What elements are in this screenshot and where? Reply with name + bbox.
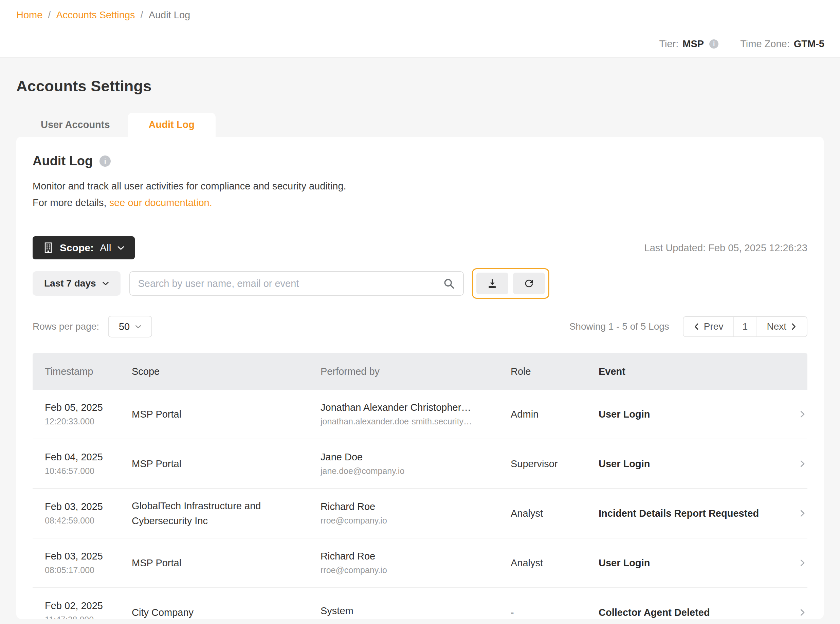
pagination: Prev 1 Next [683, 316, 808, 337]
timezone-value: GTM-5 [794, 39, 825, 49]
breadcrumb-home-link[interactable]: Home [16, 9, 42, 21]
timezone-label: Time Zone: [740, 39, 790, 49]
breadcrumb-separator: / [48, 9, 51, 21]
event-cell: User Login [599, 409, 792, 420]
timestamp-time: 08:42:59.000 [45, 516, 132, 525]
documentation-link[interactable]: see our documentation. [109, 197, 212, 208]
scope-button-value: All [100, 242, 111, 253]
date-range-dropdown[interactable]: Last 7 days [32, 271, 120, 296]
timestamp-date: Feb 03, 2025 [45, 501, 132, 512]
refresh-button[interactable] [513, 273, 545, 294]
search-input[interactable] [138, 278, 443, 289]
current-page-number[interactable]: 1 [733, 317, 757, 337]
timestamp-date: Feb 02, 2025 [45, 600, 132, 612]
prev-page-button[interactable]: Prev [684, 317, 734, 337]
role-cell: - [511, 607, 599, 618]
rows-per-page-select[interactable]: 50 [108, 316, 152, 337]
scope-cell: MSP Portal [132, 456, 321, 471]
scope-cell: GlobalTech Infrastructure and Cybersecur… [132, 498, 321, 528]
performed-by-name: Jonathan Alexander Christopher… [321, 402, 500, 413]
column-header-scope: Scope [132, 364, 321, 379]
download-icon [486, 278, 498, 289]
tab-bar: User Accounts Audit Log [23, 113, 824, 137]
event-cell: Incident Details Report Requested [599, 508, 792, 519]
prev-label: Prev [704, 321, 724, 332]
breadcrumb: Home / Accounts Settings / Audit Log [0, 0, 840, 30]
table-row[interactable]: Feb 04, 2025 10:46:57.000 MSP Portal Jan… [32, 439, 808, 489]
audit-log-panel: Audit Log i Monitor and track all user a… [16, 137, 824, 619]
date-range-value: Last 7 days [44, 278, 96, 289]
scope-button-label: Scope: [60, 242, 94, 253]
audit-log-table: Timestamp Scope Performed by Role Event … [32, 353, 808, 619]
audit-log-info-icon[interactable]: i [99, 156, 111, 167]
table-row[interactable]: Feb 02, 2025 11:47:28.000 City Company S… [32, 588, 808, 619]
table-row[interactable]: Feb 03, 2025 08:05:17.000 MSP Portal Ric… [32, 539, 808, 588]
chevron-right-icon [791, 323, 797, 330]
timestamp-date: Feb 03, 2025 [45, 551, 132, 562]
table-actions-group [472, 268, 549, 299]
event-cell: User Login [599, 558, 792, 568]
table-row[interactable]: Feb 05, 2025 12:20:33.000 MSP Portal Jon… [32, 390, 808, 439]
event-cell: User Login [599, 458, 792, 470]
timestamp-time: 08:05:17.000 [45, 565, 132, 575]
timestamp-time: 10:46:57.000 [45, 466, 132, 476]
export-button[interactable] [476, 273, 508, 294]
info-bar: Tier: MSP i Time Zone: GTM-5 [0, 30, 840, 58]
scope-cell: MSP Portal [132, 407, 321, 422]
next-page-button[interactable]: Next [757, 317, 807, 337]
performed-by-email: rroe@company.io [321, 565, 500, 575]
timestamp-time: 11:47:28.000 [45, 615, 132, 619]
table-row[interactable]: Feb 03, 2025 08:42:59.000 GlobalTech Inf… [32, 489, 808, 539]
rows-per-page-label: Rows per page: [32, 321, 99, 332]
table-header-row: Timestamp Scope Performed by Role Event [32, 353, 808, 390]
chevron-right-icon[interactable] [797, 558, 808, 568]
chevron-down-icon [135, 324, 141, 329]
tier-info-icon[interactable]: i [709, 39, 718, 49]
performed-by-email: jane.doe@company.io [321, 466, 500, 476]
chevron-left-icon [694, 323, 699, 330]
chevron-right-icon[interactable] [797, 508, 808, 518]
breadcrumb-separator: / [141, 9, 143, 21]
search-icon[interactable] [443, 277, 455, 290]
chevron-right-icon[interactable] [797, 607, 808, 618]
description-line-2: For more details, [32, 197, 109, 208]
audit-log-heading: Audit Log [32, 154, 93, 168]
page-title: Accounts Settings [16, 58, 824, 95]
scope-cell: MSP Portal [132, 555, 321, 570]
performed-by-name: System [321, 605, 500, 616]
refresh-icon [523, 278, 535, 289]
column-header-timestamp: Timestamp [32, 366, 132, 377]
breadcrumb-accounts-settings-link[interactable]: Accounts Settings [56, 9, 135, 21]
last-updated-text: Last Updated: Feb 05, 2025 12:26:23 [644, 242, 808, 253]
timestamp-date: Feb 05, 2025 [45, 402, 132, 413]
rows-per-page-value: 50 [119, 321, 130, 332]
scope-cell: City Company [132, 605, 321, 619]
tab-user-accounts[interactable]: User Accounts [23, 113, 128, 137]
search-box [129, 271, 464, 296]
breadcrumb-current-page: Audit Log [149, 9, 190, 21]
chevron-right-icon[interactable] [797, 409, 808, 419]
performed-by-name: Richard Roe [321, 551, 500, 562]
timestamp-time: 12:20:33.000 [45, 417, 132, 426]
chevron-right-icon[interactable] [797, 459, 808, 469]
scope-filter-button[interactable]: Scope: All [32, 236, 135, 259]
next-label: Next [767, 321, 786, 332]
chevron-down-icon [117, 246, 125, 250]
role-cell: Analyst [511, 508, 599, 519]
event-cell: Collector Agent Deleted [599, 607, 792, 618]
performed-by-email: rroe@company.io [321, 516, 500, 525]
tier-value: MSP [682, 39, 704, 49]
results-count-text: Showing 1 - 5 of 5 Logs [570, 321, 669, 332]
performed-by-name: Jane Doe [321, 451, 500, 463]
tab-audit-log[interactable]: Audit Log [128, 113, 216, 137]
performed-by-email: jonathan.alexander.doe-smith.security… [321, 417, 500, 426]
chevron-down-icon [102, 281, 109, 286]
role-cell: Admin [511, 409, 599, 420]
column-header-performed-by: Performed by [321, 366, 511, 377]
building-icon [43, 242, 54, 253]
role-cell: Analyst [511, 558, 599, 568]
column-header-event: Event [599, 366, 792, 377]
performed-by-name: Richard Roe [321, 501, 500, 512]
timestamp-date: Feb 04, 2025 [45, 451, 132, 463]
role-cell: Supervisor [511, 458, 599, 470]
